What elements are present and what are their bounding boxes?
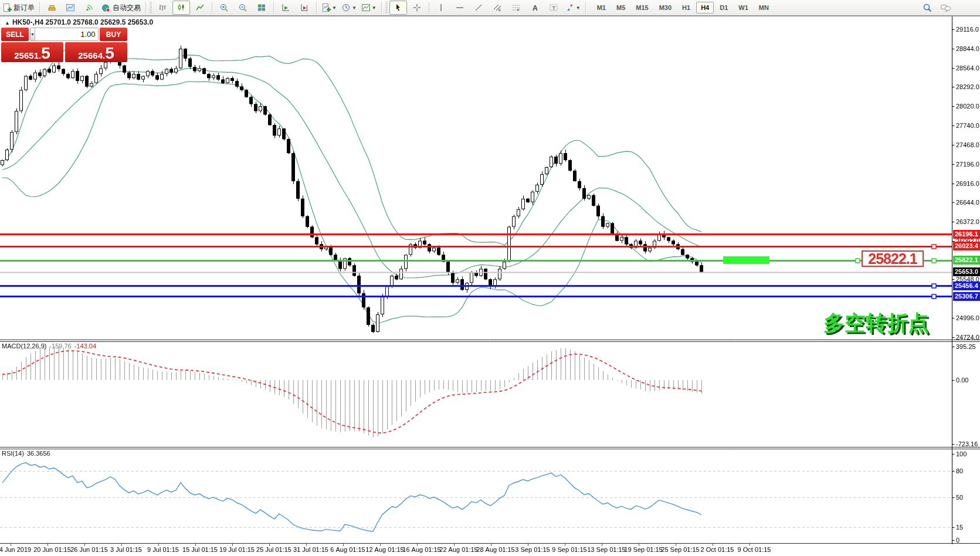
sell-button[interactable]: SELL <box>1 28 29 41</box>
templates-button[interactable]: ▼ <box>360 1 378 15</box>
volume-input[interactable] <box>35 28 99 40</box>
signals-icon <box>84 3 94 12</box>
arrows-button[interactable]: ▼ <box>564 1 582 15</box>
signals-button[interactable] <box>80 1 98 15</box>
publish-chart-button[interactable] <box>62 1 79 15</box>
volume-decrease-button[interactable]: ▼ <box>30 28 35 40</box>
line-chart-icon <box>195 3 205 12</box>
clock-icon <box>341 3 351 12</box>
chart-shift-button[interactable] <box>296 1 313 15</box>
svg-text:T: T <box>552 5 555 11</box>
timeframe-m5[interactable]: M5 <box>612 2 630 13</box>
trading-terminal-window: 新订单 自动交易 ▼ ▼ ▼ E F A <box>0 0 980 556</box>
periods-button[interactable]: ▼ <box>340 1 358 15</box>
text-icon: A <box>530 3 540 12</box>
template-icon <box>361 3 371 12</box>
sell-price-display[interactable]: 25651.5 <box>1 42 63 62</box>
chart-annotation-text[interactable]: 多空转折点 <box>823 309 929 338</box>
timeframe-m30[interactable]: M30 <box>655 2 676 13</box>
arrows-icon <box>565 3 575 12</box>
timeframe-d1[interactable]: D1 <box>715 2 733 13</box>
fibonacci-button[interactable]: F <box>507 1 525 15</box>
line-chart-button[interactable] <box>191 1 209 15</box>
toolbar-separator <box>381 2 382 13</box>
channel-icon: E <box>493 3 502 12</box>
text-label-button[interactable]: T <box>545 1 562 15</box>
autotrading-label: 自动交易 <box>113 3 141 13</box>
toolbar-separator <box>429 2 429 13</box>
toolbar-separator <box>316 2 317 13</box>
toolbar-grip <box>385 2 388 13</box>
macd-name: MACD(12,26,9) <box>2 343 46 350</box>
zoom-in-icon <box>219 3 229 12</box>
chart-upload-icon <box>66 3 75 12</box>
svg-text:E: E <box>499 8 501 12</box>
autotrading-icon <box>101 3 111 12</box>
toolbar-grip <box>150 2 152 13</box>
text-button[interactable]: A <box>526 1 544 15</box>
price-callout-label[interactable]: 25822.1 <box>862 250 924 267</box>
vertical-line-button[interactable] <box>432 1 450 15</box>
dropdown-caret-icon: ▼ <box>576 5 581 11</box>
vertical-line-icon <box>436 3 446 12</box>
chart-symbol-header: ▲HK50-,H4 25701.0 25768.0 25629.5 25653.… <box>5 18 153 26</box>
price-tag: 26196.1 <box>953 230 980 239</box>
support-highlight-zone[interactable] <box>723 256 769 264</box>
timeframe-m1[interactable]: M1 <box>592 2 611 13</box>
buy-button[interactable]: BUY <box>100 28 127 41</box>
price-tag: 25822.1 <box>953 256 980 265</box>
toolbar-separator <box>585 2 586 13</box>
cursor-button[interactable] <box>389 1 407 15</box>
timeframe-w1[interactable]: W1 <box>734 2 753 13</box>
timeframe-mn[interactable]: MN <box>754 2 774 13</box>
dropdown-caret-icon: ▼ <box>352 5 357 11</box>
buy-price-display[interactable]: 25664.5 <box>65 42 127 62</box>
trendline-button[interactable] <box>470 1 487 15</box>
price-tag: 25306.7 <box>953 292 980 301</box>
zoom-out-button[interactable] <box>234 1 252 15</box>
cursor-icon <box>394 3 403 12</box>
dropdown-caret-icon: ▼ <box>372 5 377 11</box>
timeframe-group: M1M5M15M30H1H4D1W1MN <box>592 2 774 13</box>
zoom-in-button[interactable] <box>215 1 233 15</box>
svg-text:A: A <box>533 4 538 12</box>
search-button[interactable] <box>918 1 936 15</box>
macd-main-value: -159.76 <box>49 343 71 350</box>
one-click-trading-panel: SELL ▼ ▲ BUY 25651.5 25664.5 <box>1 28 127 62</box>
search-icon <box>923 3 932 12</box>
zoom-out-icon <box>238 3 247 12</box>
macd-signal-value: -143.04 <box>74 343 96 350</box>
horizontal-line-button[interactable] <box>451 1 469 15</box>
new-order-button[interactable]: 新订单 <box>1 1 36 15</box>
crosshair-button[interactable] <box>408 1 426 15</box>
dropdown-caret-icon: ▼ <box>332 5 337 11</box>
autotrading-button[interactable]: 自动交易 <box>99 1 143 15</box>
timeframe-h1[interactable]: H1 <box>677 2 695 13</box>
new-order-label: 新订单 <box>13 3 35 13</box>
chart-canvas[interactable] <box>0 0 980 556</box>
volume-stepper: ▼ ▲ <box>30 28 99 41</box>
bar-chart-button[interactable] <box>154 1 171 15</box>
tile-windows-button[interactable] <box>253 1 270 15</box>
chat-button[interactable] <box>937 1 955 15</box>
toolbar-separator <box>212 2 212 13</box>
candlestick-icon <box>177 3 186 12</box>
indicators-icon <box>321 3 331 12</box>
svg-text:F: F <box>517 8 520 12</box>
timeframe-m15[interactable]: M15 <box>631 2 653 13</box>
indicators-button[interactable]: ▼ <box>320 1 338 15</box>
buy-price-pips: 5 <box>105 45 114 62</box>
equidistant-channel-button[interactable]: E <box>489 1 506 15</box>
buy-price-main: 25664. <box>78 50 105 62</box>
collapse-triangle-icon[interactable]: ▲ <box>5 20 10 26</box>
auto-scroll-icon <box>281 3 290 12</box>
toolbar-separator <box>39 2 40 13</box>
bar-chart-icon <box>158 3 167 12</box>
symbol-ohlc-text: HK50-,H4 25701.0 25768.0 25629.5 25653.0 <box>12 18 153 26</box>
price-tag: 26023.4 <box>953 242 980 250</box>
toolbar: 新订单 自动交易 ▼ ▼ ▼ E F A <box>0 0 980 16</box>
timeframe-h4[interactable]: H4 <box>696 2 714 13</box>
market-watch-button[interactable] <box>43 1 60 15</box>
auto-scroll-button[interactable] <box>277 1 294 15</box>
candlestick-chart-button[interactable] <box>172 1 190 15</box>
